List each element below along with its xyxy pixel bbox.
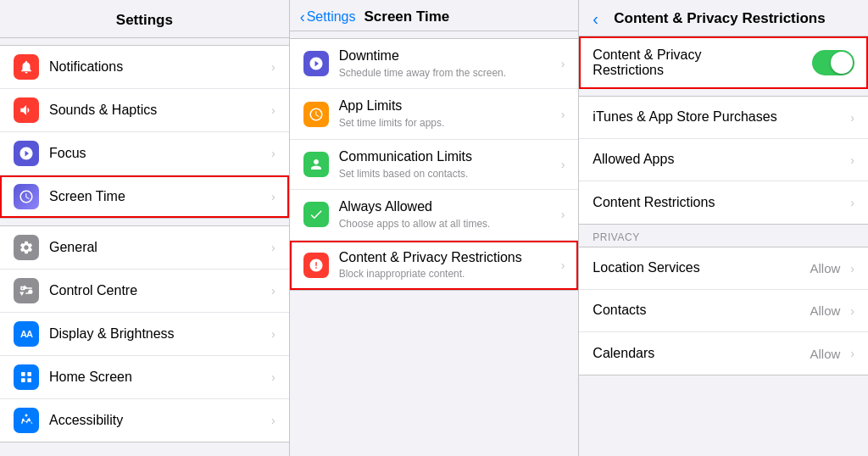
settings-row-screen-time[interactable]: Screen Time › bbox=[0, 175, 289, 218]
settings-row-home-screen[interactable]: Home Screen › bbox=[0, 356, 289, 399]
screen-time-group: Downtime Schedule time away from the scr… bbox=[290, 38, 579, 291]
allowed-apps-row[interactable]: Allowed Apps › bbox=[579, 139, 868, 181]
contacts-row[interactable]: Contacts Allow › bbox=[579, 290, 868, 332]
svg-rect-3 bbox=[27, 378, 31, 382]
control-centre-chevron: › bbox=[271, 284, 275, 298]
app-limits-label: App Limits bbox=[339, 97, 554, 115]
privacy-group: Location Services Allow › Contacts Allow… bbox=[579, 247, 868, 375]
toggle-label-container: Content & Privacy Restrictions bbox=[593, 47, 701, 78]
back-chevron-icon[interactable]: ‹ bbox=[300, 9, 305, 25]
general-chevron: › bbox=[271, 241, 275, 254]
always-allowed-subtitle: Choose apps to allow at all times. bbox=[339, 218, 554, 231]
home-screen-label: Home Screen bbox=[49, 369, 264, 386]
settings-row-general[interactable]: General › bbox=[0, 226, 289, 270]
content-privacy-subtitle: Block inappropriate content. bbox=[339, 268, 554, 281]
display-content: Display & Brightness bbox=[49, 325, 264, 343]
calendars-row[interactable]: Calendars Allow › bbox=[579, 332, 868, 375]
sounds-content: Sounds & Haptics bbox=[49, 102, 264, 120]
notifications-icon bbox=[14, 54, 39, 80]
screen-time-content: Screen Time bbox=[49, 188, 264, 206]
accessibility-label: Accessibility bbox=[49, 412, 264, 430]
calendars-label: Calendars bbox=[593, 345, 810, 363]
screen-time-row-app-limits[interactable]: App Limits Set time limits for apps. › bbox=[290, 89, 579, 139]
settings-header: Settings bbox=[0, 0, 289, 38]
panel-screen-time: ‹ Settings Screen Time Downtime Schedule… bbox=[290, 0, 580, 456]
content-privacy-toggle[interactable] bbox=[812, 50, 854, 75]
comm-limits-subtitle: Set limits based on contacts. bbox=[339, 168, 554, 181]
content-privacy-label: Content & Privacy Restrictions bbox=[339, 249, 554, 267]
settings-row-display[interactable]: AA Display & Brightness › bbox=[0, 313, 289, 356]
content-privacy-header: ‹ Content & Privacy Restrictions bbox=[579, 0, 868, 36]
itunes-purchases-label: iTunes & App Store Purchases bbox=[593, 108, 843, 126]
screen-time-row-always-allowed[interactable]: Always Allowed Choose apps to allow at a… bbox=[290, 190, 579, 240]
app-limits-content: App Limits Set time limits for apps. bbox=[339, 97, 554, 130]
content-privacy-toggle-row[interactable]: Content & Privacy Restrictions bbox=[579, 36, 868, 89]
toggle-label-line1: Content & Privacy bbox=[593, 47, 701, 63]
screen-time-chevron: › bbox=[271, 190, 275, 203]
downtime-label: Downtime bbox=[339, 47, 554, 65]
panel3-back-chevron-icon[interactable]: ‹ bbox=[593, 10, 598, 27]
svg-rect-1 bbox=[27, 372, 31, 376]
screen-time-row-content-privacy[interactable]: Content & Privacy Restrictions Block ina… bbox=[290, 241, 579, 290]
content-privacy-icon bbox=[303, 253, 329, 278]
allowed-apps-chevron: › bbox=[850, 153, 854, 167]
home-screen-icon bbox=[14, 364, 39, 390]
privacy-section-header: Privacy bbox=[579, 225, 868, 247]
downtime-subtitle: Schedule time away from the screen. bbox=[339, 67, 554, 81]
always-allowed-icon bbox=[303, 202, 329, 227]
content-restrictions-row[interactable]: Content Restrictions › bbox=[579, 181, 868, 224]
settings-row-notifications[interactable]: Notifications › bbox=[0, 46, 289, 89]
focus-label: Focus bbox=[49, 145, 264, 163]
settings-row-control-centre[interactable]: Control Centre › bbox=[0, 270, 289, 313]
location-services-content: Location Services bbox=[593, 259, 810, 277]
app-limits-icon bbox=[303, 102, 329, 127]
contacts-chevron: › bbox=[850, 304, 854, 318]
contacts-label: Contacts bbox=[593, 302, 810, 320]
content-restrictions-label: Content Restrictions bbox=[593, 194, 843, 212]
focus-icon bbox=[14, 141, 39, 166]
home-screen-chevron: › bbox=[271, 370, 275, 384]
svg-point-4 bbox=[25, 414, 28, 417]
location-services-label: Location Services bbox=[593, 259, 810, 277]
notifications-label: Notifications bbox=[49, 58, 264, 76]
always-allowed-chevron: › bbox=[561, 208, 565, 221]
content-privacy-chevron: › bbox=[561, 259, 565, 272]
control-centre-icon bbox=[14, 278, 39, 303]
panel3-title: Content & Privacy Restrictions bbox=[598, 10, 841, 27]
accessibility-icon bbox=[14, 408, 39, 433]
screen-time-panel-title: Screen Time bbox=[364, 8, 449, 25]
panel-settings: Settings Notifications › Sounds & Haptic… bbox=[0, 0, 290, 456]
display-chevron: › bbox=[271, 327, 275, 341]
home-screen-content: Home Screen bbox=[49, 369, 264, 386]
calendars-chevron: › bbox=[850, 347, 854, 360]
toggle-knob bbox=[831, 52, 853, 74]
control-centre-label: Control Centre bbox=[49, 282, 264, 300]
settings-row-focus[interactable]: Focus › bbox=[0, 132, 289, 175]
screen-time-row-downtime[interactable]: Downtime Schedule time away from the scr… bbox=[290, 39, 579, 89]
contacts-content: Contacts bbox=[593, 302, 810, 320]
sounds-chevron: › bbox=[271, 103, 275, 117]
accessibility-content: Accessibility bbox=[49, 412, 264, 430]
downtime-content: Downtime Schedule time away from the scr… bbox=[339, 47, 554, 80]
focus-content: Focus bbox=[49, 145, 264, 163]
display-icon: AA bbox=[14, 321, 39, 347]
svg-rect-2 bbox=[21, 378, 25, 382]
back-label[interactable]: Settings bbox=[307, 9, 356, 25]
content-privacy-main-group: iTunes & App Store Purchases › Allowed A… bbox=[579, 96, 868, 225]
comm-limits-chevron: › bbox=[561, 158, 565, 171]
display-label: Display & Brightness bbox=[49, 325, 264, 343]
general-content: General bbox=[49, 239, 264, 257]
settings-row-sounds[interactable]: Sounds & Haptics › bbox=[0, 89, 289, 132]
svg-rect-0 bbox=[21, 372, 25, 376]
calendars-content: Calendars bbox=[593, 345, 810, 363]
itunes-purchases-row[interactable]: iTunes & App Store Purchases › bbox=[579, 97, 868, 139]
settings-row-accessibility[interactable]: Accessibility › bbox=[0, 399, 289, 442]
always-allowed-content: Always Allowed Choose apps to allow at a… bbox=[339, 198, 554, 231]
focus-chevron: › bbox=[271, 147, 275, 160]
screen-time-row-comm-limits[interactable]: Communication Limits Set limits based on… bbox=[290, 140, 579, 190]
screen-time-label: Screen Time bbox=[49, 188, 264, 206]
notifications-chevron: › bbox=[271, 60, 275, 74]
allowed-apps-content: Allowed Apps bbox=[593, 151, 843, 169]
toggle-label-line2: Restrictions bbox=[593, 63, 701, 78]
location-services-row[interactable]: Location Services Allow › bbox=[579, 247, 868, 290]
